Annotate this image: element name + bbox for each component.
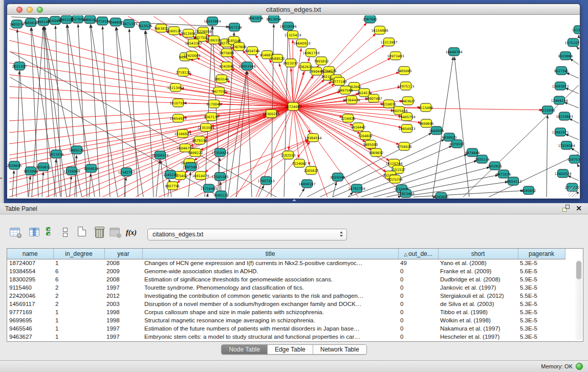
graph-node[interactable]: 6497568: [338, 86, 353, 94]
graph-node[interactable]: 9498222: [188, 148, 203, 157]
graph-node[interactable]: 15751074: [564, 38, 580, 47]
graph-node[interactable]: 2387682: [363, 15, 378, 23]
delete-table-icon[interactable]: [95, 228, 104, 238]
graph-node[interactable]: 9170041: [207, 100, 222, 108]
graph-node[interactable]: 9227341: [554, 67, 569, 75]
graph-node[interactable]: 1059014: [84, 164, 99, 172]
graph-node[interactable]: 8350612: [36, 163, 51, 171]
table-settings-icon[interactable]: [10, 228, 20, 236]
expand-panel-arrow-icon[interactable]: ▸: [1, 176, 3, 180]
graph-node[interactable]: 8813054: [267, 15, 281, 23]
graph-node[interactable]: 9115460: [419, 103, 433, 112]
graph-node[interactable]: 19218596: [279, 22, 296, 30]
column-header-title[interactable]: title: [142, 249, 398, 259]
graph-node[interactable]: 8471676: [496, 170, 511, 178]
graph-node[interactable]: 7615526: [138, 21, 153, 30]
table-row[interactable]: 969969511998Structural magnetic resonanc…: [7, 316, 565, 324]
table-row[interactable]: 1830029562008Estimation of significance …: [7, 275, 565, 283]
window-resize-grip[interactable]: [568, 187, 578, 197]
graph-node[interactable]: 16648794: [445, 48, 462, 56]
control-panel-collapsed-strip[interactable]: ▸: [0, 0, 4, 203]
new-table-icon[interactable]: [78, 227, 86, 236]
graph-node[interactable]: 12213963: [167, 83, 184, 92]
graph-node[interactable]: 12444134: [551, 96, 568, 104]
table-scrollbar-thumb[interactable]: [576, 261, 581, 279]
graph-node[interactable]: 2367608: [232, 42, 247, 51]
graph-node[interactable]: 2718120: [176, 68, 191, 76]
graph-node[interactable]: 17359928: [211, 148, 228, 157]
graph-node[interactable]: 9857791: [165, 182, 180, 190]
select-columns-icon[interactable]: [29, 228, 39, 236]
graph-node[interactable]: 1112873: [572, 26, 580, 34]
function-builder-icon[interactable]: f(x): [126, 229, 137, 237]
graph-node[interactable]: 1588520: [270, 54, 285, 62]
table-row[interactable]: 1872400712008Changes of HCN gene express…: [7, 259, 565, 267]
graph-node[interactable]: 8267130: [204, 113, 219, 121]
tab-edge-table[interactable]: Edge Table: [267, 345, 313, 354]
column-header-year[interactable]: year: [104, 249, 142, 259]
graph-node[interactable]: 8561834: [249, 15, 264, 22]
network-canvas[interactable]: 1405574890561019691406916046110653287152…: [7, 15, 580, 199]
graph-node[interactable]: 7224062: [292, 159, 307, 167]
graph-node[interactable]: 1145193: [163, 170, 178, 179]
graph-node[interactable]: 7932621: [488, 162, 503, 170]
graph-node[interactable]: 8878334: [192, 136, 207, 144]
graph-node[interactable]: 7204607: [358, 132, 373, 140]
graph-node[interactable]: 1245605: [434, 192, 449, 199]
graph-node[interactable]: 7485063: [397, 67, 412, 75]
graph-node[interactable]: 1616442: [351, 123, 366, 131]
graph-node[interactable]: 9875685: [220, 49, 234, 57]
graph-node[interactable]: 9777169: [332, 77, 347, 85]
graph-node[interactable]: 19654933: [169, 114, 186, 122]
graph-node[interactable]: 1069652: [369, 148, 384, 157]
graph-node[interactable]: 6216031: [382, 100, 397, 108]
table-scrollbar[interactable]: [575, 260, 582, 340]
graph-node[interactable]: 7955812: [314, 57, 329, 65]
table-row[interactable]: 946554611997Estimation of the future num…: [7, 324, 565, 333]
graph-node[interactable]: 6379197: [450, 140, 465, 148]
graph-node[interactable]: 19654923: [398, 124, 415, 133]
table-chooser-dropdown[interactable]: citations_edges.txt: [147, 229, 347, 240]
table-row[interactable]: 2242004622012Investigating the contribut…: [7, 292, 565, 300]
graph-node[interactable]: 9245852: [521, 186, 536, 194]
table-row[interactable]: 1456911722003Disruption of a novel membe…: [7, 300, 565, 308]
select-rows-icon[interactable]: ✔✔: [47, 227, 51, 236]
graph-node[interactable]: 2803144: [214, 75, 229, 83]
graph-node[interactable]: 11156868: [63, 167, 80, 175]
graph-node[interactable]: 2526605: [7, 161, 21, 169]
graph-node[interactable]: 10654112: [505, 177, 521, 185]
graph-node[interactable]: 13992971: [552, 128, 569, 136]
graph-node[interactable]: 16961758: [302, 49, 319, 57]
graph-node[interactable]: 9329966: [558, 52, 573, 60]
graph-node[interactable]: 8822037: [284, 59, 298, 67]
graph-node[interactable]: 8329348: [331, 173, 345, 181]
graph-node[interactable]: 2205817: [304, 166, 319, 174]
graph-node[interactable]: 16640910: [293, 39, 310, 47]
graph-node[interactable]: 16154808: [371, 26, 388, 34]
column-header-name[interactable]: name: [7, 249, 53, 259]
graph-node[interactable]: 16958107: [298, 180, 315, 188]
graph-node[interactable]: 8454749: [245, 47, 260, 55]
graph-node[interactable]: 17016504: [558, 141, 575, 149]
graph-node[interactable]: 9699695: [419, 119, 434, 127]
graph-node[interactable]: 2935114: [475, 155, 490, 163]
column-header-out_de[interactable]: △out_de...: [398, 249, 438, 259]
graph-node[interactable]: 16782759: [348, 184, 365, 192]
graph-node[interactable]: 1216426: [341, 114, 356, 122]
graph-node[interactable]: 17957253: [257, 177, 274, 185]
column-header-in_degree[interactable]: in_degree: [53, 249, 104, 259]
table-row[interactable]: 946362711997Embryonic stem cells: a mode…: [7, 333, 565, 341]
column-header-short[interactable]: short: [438, 249, 518, 259]
graph-node[interactable]: 9242848: [220, 62, 234, 70]
graph-node[interactable]: 7857224: [227, 23, 242, 31]
network-window-titlebar[interactable]: citations_edges.txt: [7, 4, 580, 15]
table-row[interactable]: 911546021997Tourette syndrome. Phenomeno…: [7, 283, 565, 292]
graph-node[interactable]: 9463627: [401, 97, 416, 105]
graph-node[interactable]: 1911814: [49, 150, 64, 158]
graph-node[interactable]: 18107554: [169, 99, 186, 107]
graph-node[interactable]: 15166823: [174, 129, 191, 138]
split-handle[interactable]: [291, 199, 297, 203]
column-header-pagerank[interactable]: pagerank: [518, 249, 565, 259]
graph-node[interactable]: 9756928: [397, 142, 412, 150]
graph-node[interactable]: 1405574: [10, 20, 25, 28]
